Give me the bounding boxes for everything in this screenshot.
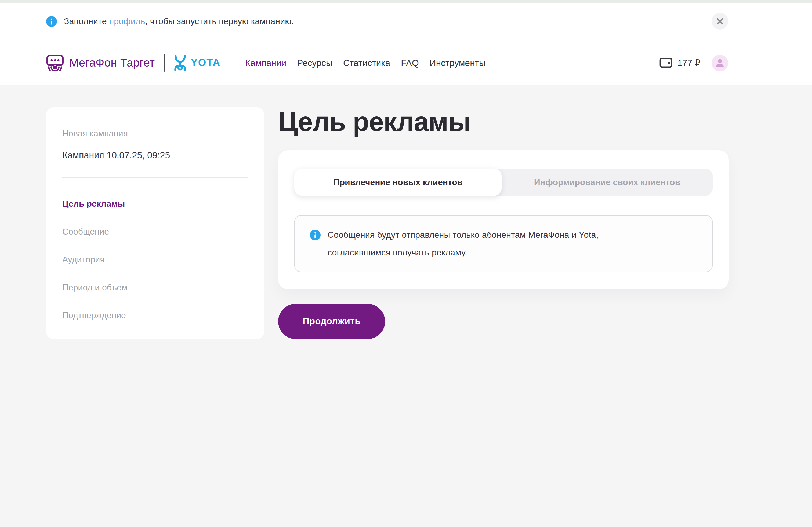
balance-widget[interactable]: 177 ₽ (660, 57, 700, 68)
top-strip (0, 0, 812, 3)
header: МегаФон Таргет YOTA Кампании Ресурсы Ста… (0, 40, 812, 85)
goal-tabs: Привлечение новых клиентов Информировани… (294, 168, 713, 196)
step-period[interactable]: Период и объем (62, 282, 248, 293)
tab-new-clients[interactable]: Привлечение новых клиентов (294, 168, 502, 196)
step-confirmation[interactable]: Подтверждение (62, 310, 248, 321)
wallet-icon (660, 57, 673, 68)
notification-banner: Заполните профиль, чтобы запустить перву… (0, 3, 812, 40)
yota-label: YOTA (191, 57, 220, 69)
content-area: Новая кампания Кампания 10.07.25, 09:25 … (0, 85, 812, 339)
goal-card: Привлечение новых клиентов Информировани… (278, 150, 729, 289)
sidebar-subtitle: Новая кампания (62, 128, 248, 139)
nav-item-campaigns[interactable]: Кампании (245, 58, 286, 68)
steps-list: Цель рекламы Сообщение Аудитория Период … (62, 198, 248, 321)
step-message[interactable]: Сообщение (62, 226, 248, 238)
campaign-steps-sidebar: Новая кампания Кампания 10.07.25, 09:25 … (46, 107, 264, 339)
page-title: Цель рекламы (278, 107, 729, 136)
yota-logo[interactable]: YOTA (174, 55, 220, 71)
megafon-logo-icon (46, 55, 64, 71)
header-right: 177 ₽ (660, 55, 728, 71)
balance-amount: 177 ₽ (678, 58, 700, 68)
info-text: Сообщения будут отправлены только абонен… (328, 226, 598, 261)
info-icon (310, 230, 321, 240)
continue-button[interactable]: Продолжить (278, 304, 385, 339)
sidebar-divider (62, 177, 248, 178)
close-banner-button[interactable] (712, 13, 728, 30)
notification-text-after: , чтобы запустить первую кампанию. (145, 16, 294, 26)
step-audience[interactable]: Аудитория (62, 254, 248, 266)
info-box: Сообщения будут отправлены только абонен… (294, 215, 713, 272)
megafon-target-label: МегаФон Таргет (69, 56, 155, 69)
notification-text: Заполните профиль, чтобы запустить перву… (64, 16, 294, 26)
megafon-target-logo[interactable]: МегаФон Таргет (46, 55, 155, 71)
nav-item-statistics[interactable]: Статистика (343, 58, 390, 68)
info-icon (46, 16, 57, 27)
nav-item-resources[interactable]: Ресурсы (297, 58, 332, 68)
step-goal[interactable]: Цель рекламы (62, 198, 248, 210)
profile-link[interactable]: профиль (109, 16, 145, 26)
info-text-line2: согласившимся получать рекламу. (328, 244, 598, 261)
campaign-name: Кампания 10.07.25, 09:25 (62, 149, 248, 162)
page: Заполните профиль, чтобы запустить перву… (0, 0, 812, 527)
main-column: Цель рекламы Привлечение новых клиентов … (278, 107, 729, 339)
user-icon (715, 58, 725, 68)
nav-item-faq[interactable]: FAQ (401, 58, 419, 68)
brand-divider (164, 54, 165, 72)
close-icon (716, 18, 723, 25)
tab-own-clients[interactable]: Информирование своих клиентов (502, 168, 713, 196)
main-nav: Кампании Ресурсы Статистика FAQ Инструме… (245, 58, 485, 68)
yota-logo-icon (174, 55, 186, 71)
user-avatar[interactable] (712, 55, 728, 71)
notification-text-before: Заполните (64, 16, 109, 26)
nav-item-tools[interactable]: Инструменты (430, 58, 485, 68)
info-text-line1: Сообщения будут отправлены только абонен… (328, 226, 598, 244)
